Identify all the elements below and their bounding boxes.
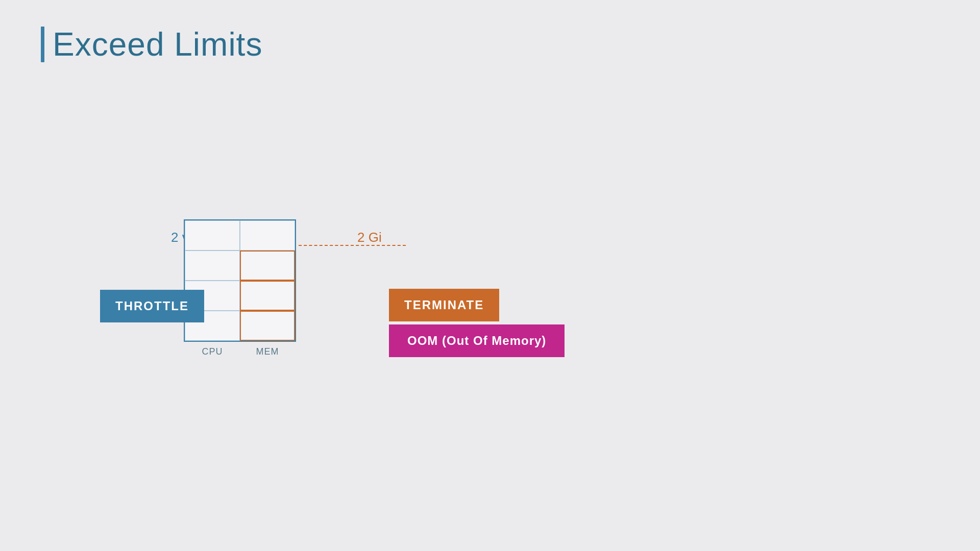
throttle-button[interactable]: THROTTLE [100,290,204,322]
title-bar-accent [41,27,44,62]
cell-mem-4 [240,311,295,341]
oom-button[interactable]: OOM (Out Of Memory) [389,324,565,357]
container-diagram: CPU MEM [184,219,296,342]
mem-column-label: MEM [240,346,295,357]
page-title-container: Exceed Limits [41,26,262,63]
cell-mem-2 [240,251,295,281]
terminate-button[interactable]: TERMINATE [389,289,499,321]
cell-mem-3 [240,281,295,311]
cell-cpu-2 [185,251,240,281]
cell-cpu-1 [185,220,240,251]
cell-mem-1 [240,220,295,251]
page-title: Exceed Limits [53,26,262,63]
gi-dashed-line [299,245,406,246]
gi-label: 2 Gi [357,230,382,245]
container-box: CPU MEM [184,219,296,342]
cpu-column-label: CPU [185,346,240,357]
